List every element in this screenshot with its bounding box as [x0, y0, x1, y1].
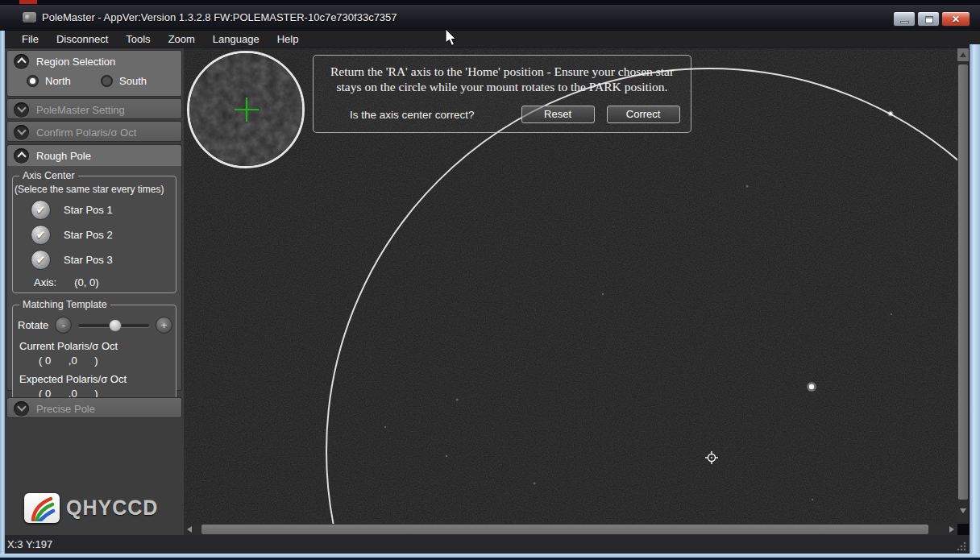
star-pos-3-row: ✔ Star Pos 3 — [13, 249, 176, 270]
close-icon: ✕ — [952, 14, 960, 25]
chevron-up-icon — [14, 54, 29, 69]
scroll-up-icon — [960, 52, 966, 57]
radio-south[interactable]: South — [101, 75, 175, 87]
window-border-left — [0, 31, 5, 560]
menu-file[interactable]: File — [13, 31, 48, 47]
vertical-scroll-thumb[interactable] — [958, 64, 968, 500]
window-titlebar: PoleMaster - AppVer:Version 1.3.2.8 FW:P… — [0, 5, 980, 31]
rotate-row: Rotate - + — [18, 317, 172, 334]
chevron-up-icon — [14, 148, 29, 164]
star-zoom-inset — [187, 51, 305, 168]
slider-thumb[interactable] — [109, 319, 122, 332]
chevron-down-icon — [14, 125, 29, 140]
axis-value: (0, 0) — [74, 276, 98, 288]
star-pos-2-check-button[interactable]: ✔ — [31, 225, 51, 245]
instruction-text: Return the 'RA' axis to the 'Home' posit… — [314, 56, 691, 95]
close-button[interactable]: ✕ — [941, 11, 970, 27]
window-title: PoleMaster - AppVer:Version 1.3.2.8 FW:P… — [42, 11, 397, 23]
current-polaris-value: ( 0 ,0 ) — [13, 355, 176, 367]
section-polemaster-setting: PoleMaster Setting — [6, 98, 182, 119]
sidebar: Region Selection North South PoleMaster … — [5, 48, 184, 535]
vertical-scrollbar[interactable] — [957, 48, 969, 524]
minimize-button[interactable] — [893, 11, 916, 27]
section-header-rough-pole[interactable]: Rough Pole — [7, 145, 181, 166]
window-border-right — [970, 44, 980, 560]
horizontal-scrollbar[interactable] — [184, 524, 957, 535]
maximize-icon — [925, 16, 933, 23]
rotate-slider[interactable] — [77, 317, 151, 334]
chevron-down-icon — [14, 102, 29, 118]
minimize-icon — [900, 21, 909, 23]
menu-disconnect[interactable]: Disconnect — [48, 31, 117, 47]
star-pos-3-check-button[interactable]: ✔ — [31, 250, 51, 270]
bright-star — [809, 384, 814, 389]
section-region-selection: Region Selection North South — [6, 50, 182, 97]
question-text: Is the axis center correct? — [350, 109, 475, 121]
reset-button[interactable]: Reset — [521, 106, 595, 123]
expected-polaris-label: Expected Polaris/σ Oct — [13, 373, 176, 385]
matching-template-group: Matching Template Rotate - + Current Pol… — [12, 305, 176, 400]
app-icon — [23, 12, 36, 23]
status-bar: X:3 Y:197 — [5, 535, 970, 554]
radio-north[interactable]: North — [27, 75, 101, 87]
star-pos-1-check-button[interactable]: ✔ — [31, 200, 51, 220]
section-rough-pole: Rough Pole Axis Center (Selece the same … — [6, 144, 182, 391]
correct-button[interactable]: Correct — [607, 106, 680, 123]
scroll-up-button[interactable] — [957, 48, 969, 61]
current-polaris-label: Current Polaris/σ Oct — [13, 340, 176, 352]
section-header-region-selection[interactable]: Region Selection — [7, 51, 181, 72]
star-pos-1-row: ✔ Star Pos 1 — [13, 199, 176, 220]
rotate-plus-button[interactable]: + — [156, 317, 172, 334]
section-confirm-polaris: Confirm Polaris/σ Oct — [6, 121, 182, 142]
menu-help[interactable]: Help — [268, 31, 308, 47]
qhyccd-logo-icon — [24, 493, 60, 523]
section-header-confirm-polaris[interactable]: Confirm Polaris/σ Oct — [7, 122, 181, 143]
resize-grip[interactable] — [956, 541, 966, 551]
maximize-button[interactable] — [917, 11, 940, 27]
radio-unselected-icon — [101, 75, 113, 87]
star-pos-2-row: ✔ Star Pos 2 — [13, 224, 176, 245]
qhyccd-logo: QHYCCD — [24, 493, 158, 523]
chevron-down-icon — [14, 401, 29, 417]
scroll-right-icon[interactable] — [949, 526, 954, 533]
cursor-coordinates: X:3 Y:197 — [7, 538, 52, 550]
axis-label: Axis: — [34, 276, 56, 288]
desktop-artifact-red — [19, 0, 37, 4]
rotate-minus-button[interactable]: - — [55, 317, 72, 334]
menu-zoom[interactable]: Zoom — [160, 31, 204, 47]
section-header-precise-pole[interactable]: Precise Pole — [7, 398, 181, 419]
main-canvas[interactable]: Return the 'RA' axis to the 'Home' posit… — [184, 48, 957, 524]
axis-value-row: Axis: (0, 0) — [13, 276, 176, 288]
menu-tools[interactable]: Tools — [117, 31, 159, 47]
horizontal-scroll-thumb[interactable] — [201, 525, 928, 534]
window-border-bottom — [0, 554, 980, 560]
region-radio-group: North South — [7, 72, 181, 87]
radio-selected-icon — [27, 75, 39, 87]
axis-center-group: Axis Center (Selece the same star every … — [12, 176, 176, 293]
scroll-left-icon[interactable] — [187, 526, 192, 533]
menu-bar: File Disconnect Tools Zoom Language Help — [0, 31, 980, 48]
scroll-down-icon[interactable] — [960, 508, 966, 513]
star-on-circle — [889, 112, 892, 115]
app-window: PoleMaster - AppVer:Version 1.3.2.8 FW:P… — [0, 0, 980, 560]
menu-language[interactable]: Language — [204, 31, 268, 47]
section-header-polemaster-setting[interactable]: PoleMaster Setting — [7, 99, 181, 120]
qhyccd-logo-text: QHYCCD — [66, 496, 158, 520]
instruction-dialog: Return the 'RA' axis to the 'Home' posit… — [313, 55, 691, 133]
section-precise-pole: Precise Pole — [6, 397, 182, 418]
question-row: Is the axis center correct? Reset Correc… — [314, 106, 691, 123]
